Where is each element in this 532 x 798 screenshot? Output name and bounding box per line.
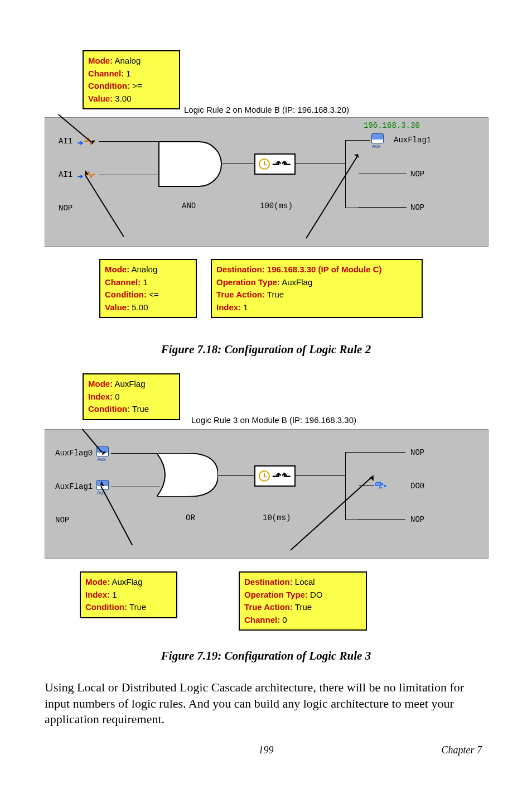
output2-label: NOP — [410, 170, 424, 179]
value: 1 — [141, 277, 148, 287]
value: AuxFlag — [280, 277, 312, 287]
label: True Action: — [216, 290, 265, 299]
input1-label: AI1 — [59, 137, 72, 146]
label: Destination: — [244, 577, 293, 587]
value: 0 — [280, 615, 287, 624]
chapter-label: Chapter 7 — [338, 744, 482, 756]
output1-label: AuxFlag1 — [394, 136, 431, 145]
input2-label: AuxFlag1 — [55, 482, 93, 491]
value: True — [265, 290, 284, 299]
label: Mode: — [85, 577, 110, 587]
input1-label: AuxFlag0 — [55, 449, 93, 458]
value: DO — [308, 590, 323, 599]
label: Index: — [88, 392, 113, 401]
figure-7-19: Mode: AuxFlag Index: 0 Condition: True L… — [45, 373, 487, 641]
label: Destination: — [216, 265, 267, 274]
label: Channel: — [105, 277, 141, 287]
value: True — [127, 602, 146, 612]
diagram-title: Logic Rule 3 on Module B (IP: 196.168.3.… — [191, 415, 356, 425]
config-box-input1: Mode: Analog Channel: 1 Condition: >= Va… — [83, 50, 180, 109]
label: Condition: — [85, 602, 127, 612]
label: Channel: — [88, 69, 124, 78]
value: 1 — [110, 590, 117, 599]
label: Condition: — [105, 290, 147, 299]
clock-icon — [259, 470, 270, 482]
value: 1 — [241, 302, 248, 312]
logic-diagram: AuxFlag0 AuxFlag1 NOP OR ⬏⬑ 10(ms) ᎁ▸ NO… — [45, 429, 489, 559]
config-box-input1: Mode: AuxFlag Index: 0 Condition: True — [83, 373, 180, 420]
value: <= — [147, 290, 159, 299]
delay-block: ⬏⬑ — [254, 465, 296, 487]
label: Mode: — [88, 379, 113, 388]
value: 3.00 — [113, 94, 131, 103]
step-icon: ⬏⬑ — [272, 157, 291, 171]
label: Value: — [88, 94, 113, 103]
clock-icon — [259, 158, 270, 170]
gate-label: OR — [186, 513, 195, 522]
config-box-input2: Mode: Analog Channel: 1 Condition: <= Va… — [99, 259, 197, 318]
label: Index: — [85, 590, 110, 599]
page-number: 199 — [194, 744, 338, 756]
input2-label: AI1 — [59, 170, 72, 179]
value: True — [293, 602, 312, 612]
value: True — [130, 404, 149, 414]
config-box-output: Destination: 196.168.3.30 (IP of Module … — [211, 259, 423, 318]
config-box-input2: Mode: AuxFlag Index: 1 Condition: True — [80, 571, 177, 618]
label: Operation Type: — [244, 590, 308, 599]
input3-label: NOP — [55, 516, 69, 525]
label: True Action: — [244, 602, 293, 612]
delay-label: 10(ms) — [263, 513, 291, 522]
value: 5.00 — [129, 302, 148, 312]
or-gate — [157, 453, 218, 497]
do-icon: ᎁ▸ — [375, 481, 387, 490]
delay-block: ⬏⬑ — [254, 153, 296, 175]
value: Local — [293, 577, 315, 587]
output-ip: 196.168.3.30 — [364, 121, 420, 130]
diagram-title: Logic Rule 2 on Module B (IP: 196.168.3.… — [184, 105, 349, 114]
value: Analog — [129, 265, 157, 274]
figure-caption: Figure 7.18: Configuration of Logic Rule… — [45, 343, 487, 357]
gate-label: AND — [182, 201, 196, 210]
value: AuxFlag — [113, 379, 145, 388]
value: 1 — [124, 69, 131, 78]
value: >= — [130, 81, 142, 90]
delay-label: 100(ms) — [260, 201, 293, 210]
arrow-icon: ➔ — [78, 139, 83, 147]
value: Analog — [113, 56, 141, 65]
label: Channel: — [244, 615, 280, 624]
and-gate — [158, 141, 222, 187]
input3-label: NOP — [59, 204, 72, 213]
aux-icon — [371, 133, 384, 143]
page-footer: 199 Chapter 7 — [45, 744, 487, 756]
config-box-output: Destination: Local Operation Type: DO Tr… — [239, 571, 367, 631]
figure-caption: Figure 7.19: Configuration of Logic Rule… — [45, 649, 487, 663]
label: Value: — [105, 302, 129, 312]
label: Condition: — [88, 404, 130, 414]
value: 0 — [113, 392, 120, 401]
label: Mode: — [105, 265, 129, 274]
figure-7-18: Mode: Analog Channel: 1 Condition: >= Va… — [45, 50, 487, 335]
output3-label: NOP — [410, 515, 424, 524]
output3-label: NOP — [410, 203, 424, 212]
output2-label: DO0 — [410, 482, 424, 491]
logic-diagram: AI1 AI1 NOP ➔ ➔ AND ⬏⬑ 100(ms) — [45, 117, 489, 247]
label: Mode: — [88, 56, 113, 65]
output1-label: NOP — [410, 448, 424, 457]
label: Operation Type: — [216, 277, 280, 287]
value: AuxFlag — [110, 577, 142, 587]
step-icon: ⬏⬑ — [272, 469, 291, 483]
value: 196.168.3.30 (IP of Module C) — [267, 265, 382, 274]
label: Condition: — [88, 81, 130, 90]
label: Index: — [216, 302, 241, 312]
paragraph-text: Using Local or Distributed Logic Cascade… — [45, 680, 487, 728]
split — [345, 452, 359, 520]
